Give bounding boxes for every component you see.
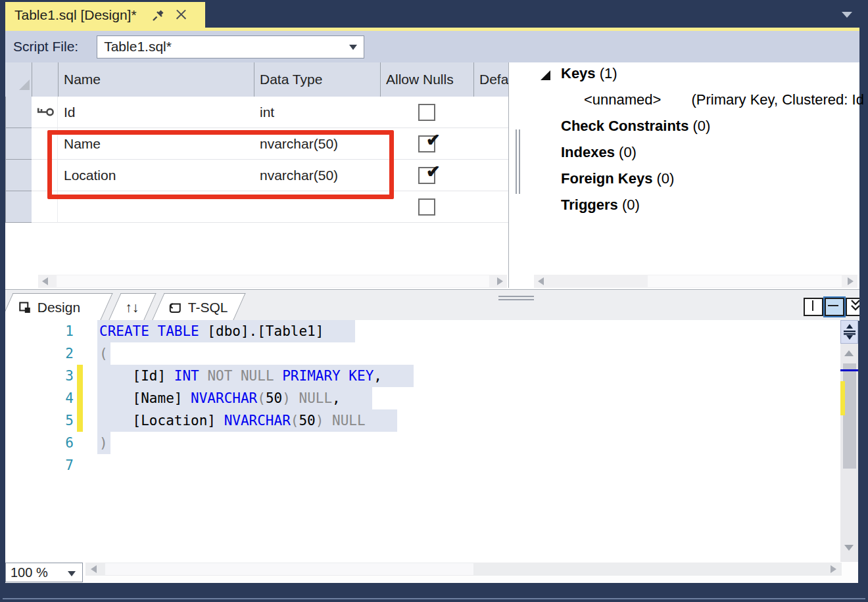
code-line: 6) xyxy=(5,432,840,454)
code-text: [Id] INT NOT NULL PRIMARY KEY, xyxy=(97,365,414,387)
scrollbar-thumb[interactable] xyxy=(843,363,856,469)
tree-item-label: Indexes xyxy=(561,144,615,160)
code-line: 2( xyxy=(5,342,840,365)
vertical-split-button[interactable] xyxy=(804,298,823,316)
combo-dropdown-icon[interactable] xyxy=(349,45,357,50)
column-header-name[interactable]: Name xyxy=(58,62,254,97)
line-number: 1 xyxy=(50,320,74,342)
allow-nulls-cell: ✔ xyxy=(380,160,474,191)
scrollbar-thumb[interactable] xyxy=(648,275,842,287)
default-cell[interactable] xyxy=(473,160,508,191)
scroll-right-icon[interactable] xyxy=(848,277,854,285)
tsql-code-editor[interactable]: 1CREATE TABLE [dbo].[Table1]2(3 [Id] INT… xyxy=(5,320,840,562)
scrollbar-thumb[interactable] xyxy=(105,563,473,575)
allow-nulls-cell xyxy=(380,97,474,128)
scroll-left-icon[interactable] xyxy=(42,277,48,285)
code-line: 4 [Name] NVARCHAR(50) NULL, xyxy=(5,387,840,409)
row-icon-header xyxy=(32,62,59,97)
panel-horizontal-scrollbar[interactable] xyxy=(534,275,857,288)
script-icon xyxy=(169,302,183,313)
script-file-combobox[interactable]: Table1.sql* xyxy=(97,35,364,58)
tree-item[interactable]: Triggers (0) xyxy=(531,194,865,220)
script-file-value: Table1.sql* xyxy=(104,39,172,55)
row-selector[interactable] xyxy=(5,191,32,223)
code-text: [Location] NVARCHAR(50) NULL xyxy=(97,409,397,432)
scroll-down-icon[interactable] xyxy=(844,545,854,551)
zoom-value: 100 % xyxy=(11,565,48,580)
primary-key-icon xyxy=(36,107,55,117)
scroll-left-icon[interactable] xyxy=(91,565,97,573)
code-text: CREATE TABLE [dbo].[Table1] xyxy=(97,320,355,342)
scroll-right-icon[interactable] xyxy=(497,277,503,285)
tab-swap-panes[interactable]: ↑↓ xyxy=(108,293,156,321)
key-detail: (Primary Key, Clustered: Id xyxy=(691,91,863,108)
default-cell[interactable] xyxy=(473,97,508,128)
scroll-right-icon[interactable] xyxy=(831,565,836,573)
tree-child-item[interactable]: <unnamed>(Primary Key, Clustered: Id xyxy=(531,89,865,115)
column-header-default[interactable]: Defa xyxy=(473,62,508,97)
allow-nulls-checkbox[interactable] xyxy=(418,198,435,216)
data-type-cell[interactable]: int xyxy=(254,97,381,128)
tree-item-label: Triggers xyxy=(561,197,618,213)
allow-nulls-checkbox[interactable]: ✔ xyxy=(418,135,435,152)
line-number: 3 xyxy=(50,365,74,387)
row-selector[interactable] xyxy=(5,128,32,160)
allow-nulls-cell: ✔ xyxy=(380,128,474,160)
row-selector[interactable] xyxy=(5,97,32,128)
grid-horizontal-scrollbar[interactable] xyxy=(38,275,507,288)
editor-vertical-scrollbar[interactable] xyxy=(840,320,858,562)
vertical-splitter-grip[interactable] xyxy=(516,129,517,194)
column-header-datatype[interactable]: Data Type xyxy=(254,62,381,97)
grid-header: Name Data Type Allow Nulls Defa xyxy=(5,62,508,97)
scroll-left-icon[interactable] xyxy=(538,277,544,285)
tree-item[interactable]: Keys (1) xyxy=(531,62,865,89)
document-tab[interactable]: Table1.sql [Design]* xyxy=(5,2,205,28)
document-well-chevron-icon[interactable] xyxy=(842,12,852,18)
allow-nulls-checkbox[interactable] xyxy=(418,104,435,121)
pin-icon[interactable] xyxy=(151,8,166,22)
row-selector[interactable] xyxy=(5,160,32,191)
default-cell[interactable] xyxy=(473,191,508,223)
zoom-combobox[interactable]: 100 % xyxy=(5,563,83,582)
collapse-pane-button[interactable] xyxy=(846,298,859,316)
horizontal-split-button[interactable] xyxy=(825,298,844,316)
allow-nulls-checkbox[interactable]: ✔ xyxy=(418,167,435,184)
code-text: ) xyxy=(97,432,110,454)
column-name-cell[interactable]: Id xyxy=(58,97,254,128)
code-line: 5 [Location] NVARCHAR(50) NULL xyxy=(5,409,840,432)
editor-horizontal-scrollbar[interactable] xyxy=(85,563,842,576)
document-tab-title: Table1.sql [Design]* xyxy=(14,7,137,23)
design-view-icon xyxy=(19,302,32,314)
combo-dropdown-icon[interactable] xyxy=(68,571,76,576)
line-number: 4 xyxy=(50,387,74,409)
row-icon-cell xyxy=(32,97,58,128)
tree-item[interactable]: Indexes (0) xyxy=(531,141,865,168)
select-all-cell[interactable] xyxy=(5,62,32,97)
close-icon[interactable] xyxy=(175,9,188,22)
allow-nulls-cell xyxy=(380,191,474,223)
window-bottom-border xyxy=(3,598,865,599)
line-number: 2 xyxy=(50,342,74,365)
script-file-label: Script File: xyxy=(13,39,78,55)
caret-position-marker xyxy=(840,369,858,371)
default-cell[interactable] xyxy=(473,128,508,160)
key-name: <unnamed> xyxy=(584,91,661,108)
code-line: 1CREATE TABLE [dbo].[Table1] xyxy=(5,320,840,342)
scroll-up-icon[interactable] xyxy=(844,350,854,356)
changed-line-bar xyxy=(77,387,83,409)
tab-tsql[interactable]: T-SQL xyxy=(151,293,245,321)
editor-split-handle-icon[interactable] xyxy=(840,320,858,344)
tree-item-count: (0) xyxy=(693,118,711,134)
expander-expanded-icon[interactable] xyxy=(541,70,550,80)
vertical-splitter-grip[interactable] xyxy=(519,129,520,194)
tree-item[interactable]: Foreign Keys (0) xyxy=(531,168,865,194)
tree-item[interactable]: Check Constraints (0) xyxy=(531,115,865,141)
pane-divider xyxy=(508,62,509,288)
tab-design[interactable]: Design xyxy=(5,293,113,321)
horizontal-splitter-grip[interactable] xyxy=(498,296,534,297)
scrollbar-thumb[interactable] xyxy=(57,275,489,287)
tab-tsql-label: T-SQL xyxy=(188,300,228,315)
column-header-allownulls[interactable]: Allow Nulls xyxy=(380,62,474,97)
bottom-pane-tabstrip: Design ↑↓ T-SQL xyxy=(5,289,859,321)
table-row[interactable]: Idint xyxy=(5,97,508,128)
